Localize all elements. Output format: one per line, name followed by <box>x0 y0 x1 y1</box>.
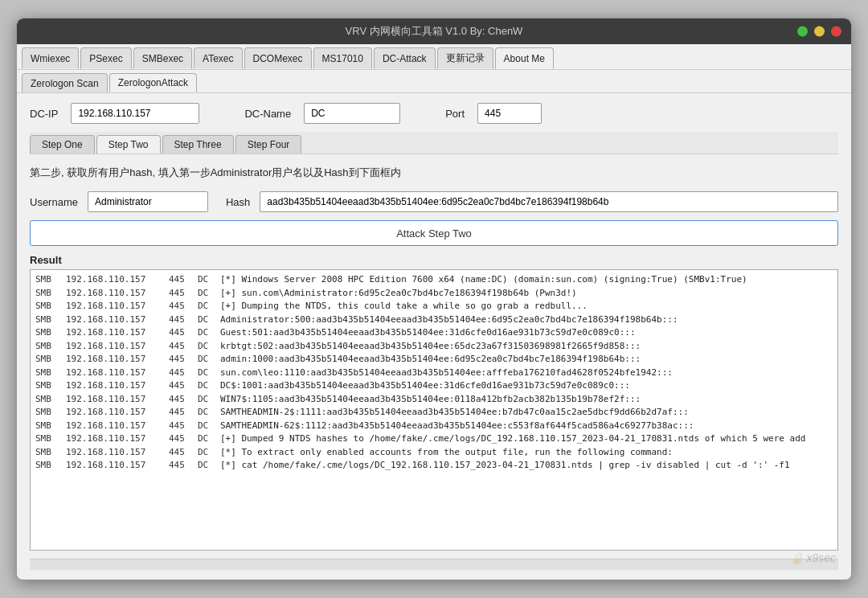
col-name: DC <box>198 420 214 433</box>
col-msg: admin:1000:aad3b435b51404eeaad3b435b5140… <box>220 353 641 367</box>
table-row: SMB192.168.110.157445DC[*] cat /home/fak… <box>35 459 833 473</box>
minimize-button[interactable] <box>797 27 808 37</box>
table-row: SMB192.168.110.157445DC[+] Dumped 9 NTDS… <box>35 432 833 446</box>
col-msg: [*] To extract only enabled accounts fro… <box>220 446 673 460</box>
tab-dc-attack[interactable]: DC-Attack <box>374 47 436 69</box>
step-one-tab[interactable]: Step One <box>30 135 95 154</box>
col-name: DC <box>198 326 214 340</box>
col-proto: SMB <box>35 340 59 354</box>
col-name: DC <box>198 340 214 354</box>
tab-dcomexec[interactable]: DCOMexec <box>244 47 312 69</box>
col-ip: 192.168.110.157 <box>66 379 162 393</box>
table-row: SMB192.168.110.157445DC[*] Windows Serve… <box>35 273 833 287</box>
col-ip: 192.168.110.157 <box>66 287 162 301</box>
col-port: 445 <box>169 379 191 393</box>
col-port: 445 <box>169 406 191 420</box>
tab-about-me[interactable]: About Me <box>495 47 554 69</box>
tab-update-log[interactable]: 更新记录 <box>437 47 493 69</box>
username-input[interactable] <box>88 191 208 212</box>
attack-step-two-button[interactable]: Attack Step Two <box>30 220 838 246</box>
col-ip: 192.168.110.157 <box>66 313 162 327</box>
tab-ms17010[interactable]: MS17010 <box>313 47 372 69</box>
col-msg: [*] Windows Server 2008 HPC Edition 7600… <box>220 273 747 287</box>
app-title: VRV 内网横向工具箱 V1.0 By: ChenW <box>346 24 523 39</box>
col-name: DC <box>198 446 214 460</box>
table-row: SMB192.168.110.157445DC[+] Dumping the N… <box>35 300 833 313</box>
col-ip: 192.168.110.157 <box>66 326 162 340</box>
col-msg: DC$:1001:aad3b435b51404eeaad3b435b51404e… <box>220 379 630 393</box>
col-proto: SMB <box>35 367 59 380</box>
col-msg: SAMTHEADMIN-62$:1112:aad3b435b51404eeaad… <box>220 420 694 433</box>
table-row: SMB192.168.110.157445DCAdministrator:500… <box>35 313 833 327</box>
col-name: DC <box>198 379 214 393</box>
col-name: DC <box>198 353 214 367</box>
window-controls <box>797 27 841 37</box>
sub-tab-zerologon-scan[interactable]: Zerologon Scan <box>22 73 108 92</box>
col-name: DC <box>198 459 214 473</box>
col-name: DC <box>198 367 214 380</box>
col-name: DC <box>198 393 214 407</box>
tab-atexec[interactable]: ATexec <box>194 47 242 69</box>
col-proto: SMB <box>35 406 59 420</box>
col-msg: WIN7$:1105:aad3b435b51404eeaad3b435b5140… <box>220 393 641 407</box>
title-bar: VRV 内网横向工具箱 V1.0 By: ChenW <box>17 18 851 44</box>
table-row: SMB192.168.110.157445DCDC$:1001:aad3b435… <box>35 379 833 393</box>
col-proto: SMB <box>35 313 59 327</box>
col-ip: 192.168.110.157 <box>66 406 162 420</box>
step-three-tab[interactable]: Step Three <box>162 135 234 154</box>
col-msg: [*] cat /home/fake/.cme/logs/DC_192.168.… <box>220 459 790 473</box>
tab-psexec[interactable]: PSexec <box>80 47 131 69</box>
col-proto: SMB <box>35 353 59 367</box>
col-name: DC <box>198 300 214 313</box>
col-port: 445 <box>169 432 191 446</box>
result-box[interactable]: SMB192.168.110.157445DC[*] Windows Serve… <box>30 269 838 551</box>
col-port: 445 <box>169 393 191 407</box>
result-section: Result SMB192.168.110.157445DC[*] Window… <box>30 254 838 551</box>
form-row-connection: DC-IP DC-Name Port <box>30 103 838 124</box>
col-port: 445 <box>169 367 191 380</box>
dc-name-input[interactable] <box>304 103 400 124</box>
col-ip: 192.168.110.157 <box>66 353 162 367</box>
close-button[interactable] <box>831 27 841 37</box>
col-ip: 192.168.110.157 <box>66 459 162 473</box>
col-ip: 192.168.110.157 <box>66 432 162 446</box>
step-tabs: Step One Step Two Step Three Step Four <box>30 132 838 154</box>
step-four-tab[interactable]: Step Four <box>235 135 302 154</box>
col-proto: SMB <box>35 420 59 433</box>
col-port: 445 <box>169 313 191 327</box>
port-input[interactable] <box>477 103 542 124</box>
scrollbar[interactable] <box>30 559 838 570</box>
col-name: DC <box>198 432 214 446</box>
hash-input[interactable] <box>260 191 838 212</box>
col-name: DC <box>198 406 214 420</box>
col-ip: 192.168.110.157 <box>66 300 162 313</box>
col-port: 445 <box>169 353 191 367</box>
menu-bar: Wmiexec PSexec SMBexec ATexec DCOMexec M… <box>17 44 851 70</box>
col-proto: SMB <box>35 432 59 446</box>
table-row: SMB192.168.110.157445DCadmin:1000:aad3b4… <box>35 353 833 367</box>
port-label: Port <box>445 108 465 120</box>
col-port: 445 <box>169 273 191 287</box>
table-row: SMB192.168.110.157445DCsun.com\leo:1110:… <box>35 367 833 380</box>
col-proto: SMB <box>35 326 59 340</box>
col-msg: [+] Dumped 9 NTDS hashes to /home/fake/.… <box>220 432 805 446</box>
col-proto: SMB <box>35 459 59 473</box>
table-row: SMB192.168.110.157445DC[+] sun.com\Admin… <box>35 287 833 301</box>
dc-ip-input[interactable] <box>71 103 199 124</box>
tab-smbexec[interactable]: SMBexec <box>133 47 192 69</box>
user-hash-row: Username Hash <box>30 191 838 212</box>
step-two-tab[interactable]: Step Two <box>96 135 161 154</box>
tab-wmiexec[interactable]: Wmiexec <box>22 47 79 69</box>
col-proto: SMB <box>35 273 59 287</box>
maximize-button[interactable] <box>814 27 825 37</box>
col-msg: [+] Dumping the NTDS, this could take a … <box>220 300 588 313</box>
col-ip: 192.168.110.157 <box>66 340 162 354</box>
table-row: SMB192.168.110.157445DC[*] To extract on… <box>35 446 833 460</box>
col-port: 445 <box>169 340 191 354</box>
col-proto: SMB <box>35 379 59 393</box>
col-proto: SMB <box>35 300 59 313</box>
sub-tab-zerologon-attack[interactable]: ZerologonAttack <box>109 73 197 92</box>
col-msg: sun.com\leo:1110:aad3b435b51404eeaad3b43… <box>220 367 673 380</box>
table-row: SMB192.168.110.157445DCWIN7$:1105:aad3b4… <box>35 393 833 407</box>
table-row: SMB192.168.110.157445DCSAMTHEADMIN-2$:11… <box>35 406 833 420</box>
